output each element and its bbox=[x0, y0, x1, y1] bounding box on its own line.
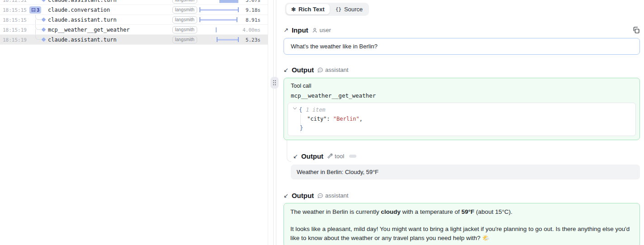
row-timestamp: 18:15:19 bbox=[3, 37, 27, 43]
view-mode-tabs: ✻ Rich Text {} Source bbox=[285, 3, 369, 16]
span-name: claude.conversation bbox=[48, 7, 110, 13]
langsmith-badge: langsmith bbox=[172, 36, 197, 43]
final-answer-box: The weather in Berlin is currently cloud… bbox=[284, 203, 640, 245]
tab-rich-text-label: Rich Text bbox=[298, 6, 325, 13]
source-braces-icon: {} bbox=[336, 6, 341, 12]
output-arrow-icon: ↙ bbox=[293, 153, 298, 160]
row-duration: 8.91s bbox=[246, 17, 260, 23]
span-diamond-icon bbox=[42, 28, 46, 32]
json-value: "Berlin" bbox=[333, 116, 360, 122]
span-diamond-icon bbox=[42, 0, 46, 2]
langsmith-badge: langsmith bbox=[172, 0, 197, 4]
tool-call-box: Tool call mcp__weather__get_weather {1 i… bbox=[284, 78, 640, 140]
json-row-open: {1 item bbox=[288, 105, 635, 114]
tool-name: mcp__weather__get_weather bbox=[291, 92, 636, 99]
row-duration: 3.67s bbox=[246, 0, 260, 3]
run-detail-panel: ✻ Rich Text {} Source ↗ Input user bbox=[276, 0, 644, 245]
span-name: claude.assistant.turn bbox=[48, 37, 117, 43]
copy-icon bbox=[632, 26, 640, 34]
span-name: mcp__weather__get_weather bbox=[48, 27, 130, 33]
output-arrow-icon: ↙ bbox=[284, 192, 289, 199]
trace-row-claude-assistant-turn-1[interactable]: 18:15:15 claude.assistant.turn langsmith… bbox=[0, 15, 268, 25]
tab-source-label: Source bbox=[344, 6, 363, 13]
final-answer-paragraph-1: The weather in Berlin is currently cloud… bbox=[290, 207, 633, 217]
output-title: Output bbox=[301, 152, 323, 160]
panel-divider-line bbox=[273, 0, 274, 245]
json-row-city: "city": "Berlin", bbox=[288, 114, 635, 123]
copy-button[interactable] bbox=[632, 26, 640, 34]
duration-bar bbox=[216, 27, 217, 32]
tree-connector bbox=[35, 15, 41, 20]
answer-bold-cloudy: cloudy bbox=[381, 208, 401, 215]
final-answer-paragraph-2: It looks like a pleasant, mild day! You … bbox=[290, 225, 633, 243]
trace-rows: 18:12:31 claude.assistant.turn langsmith… bbox=[0, 0, 268, 45]
span-diamond-icon bbox=[42, 38, 46, 42]
final-output-header: ↙ Output assistant bbox=[284, 192, 640, 199]
paragraph-gap bbox=[290, 217, 633, 225]
json-comma: , bbox=[360, 116, 363, 122]
row-timestamp: 18:15:15 bbox=[3, 7, 27, 13]
user-icon bbox=[312, 27, 318, 33]
tree-connector bbox=[35, 35, 41, 40]
answer-bold-temp: 59°F bbox=[461, 208, 474, 215]
json-open-brace: { bbox=[299, 107, 302, 113]
span-diamond-icon bbox=[42, 18, 46, 22]
assistant-icon bbox=[317, 67, 323, 73]
assistant-icon bbox=[317, 193, 323, 199]
answer-text: (about 15°C). bbox=[474, 208, 512, 215]
langsmith-badge: langsmith bbox=[172, 6, 197, 14]
output-role-label: tool bbox=[335, 153, 344, 160]
tree-connector-line bbox=[35, 29, 36, 34]
trace-view: 18:12:31 claude.assistant.turn langsmith… bbox=[0, 0, 644, 245]
answer-text: The weather in Berlin is currently bbox=[290, 208, 381, 215]
drag-dots-icon bbox=[273, 80, 276, 86]
row-duration: 5.23s bbox=[246, 37, 260, 43]
json-row-close: } bbox=[288, 123, 635, 132]
json-close-brace: } bbox=[300, 125, 303, 131]
tool-output-header: ↙ Output tool bbox=[291, 152, 640, 160]
span-name: claude.assistant.turn bbox=[48, 17, 117, 23]
trace-tree-panel: 18:12:31 claude.assistant.turn langsmith… bbox=[0, 0, 268, 245]
output-role-label: assistant bbox=[325, 66, 348, 73]
input-message-box: What's the weather like in Berlin? bbox=[284, 38, 640, 55]
wrench-icon bbox=[327, 153, 333, 160]
duration-bar bbox=[219, 0, 238, 3]
trace-row-claude-conversation[interactable]: 18:15:15 ⊟3 claude.conversation langsmit… bbox=[0, 5, 268, 15]
trace-row-claude-assistant-turn-2[interactable]: 18:15:19 claude.assistant.turn langsmith… bbox=[0, 35, 268, 45]
collapsed-id-badge[interactable] bbox=[349, 155, 356, 158]
row-timestamp: 18:12:31 bbox=[3, 0, 27, 3]
trace-row-mcp-weather-get-weather[interactable]: 18:15:19 mcp__weather__get_weather langs… bbox=[0, 25, 268, 35]
tab-rich-text[interactable]: ✻ Rich Text bbox=[286, 4, 330, 14]
trace-row-claude-assistant-turn-prev[interactable]: 18:12:31 claude.assistant.turn langsmith… bbox=[0, 0, 268, 5]
span-name: claude.assistant.turn bbox=[48, 0, 117, 3]
duration-bar bbox=[199, 9, 239, 10]
tree-connector-line bbox=[35, 19, 36, 24]
tool-connector-line bbox=[287, 140, 291, 162]
input-title: Input bbox=[292, 26, 308, 34]
input-section-header: ↗ Input user bbox=[284, 26, 640, 34]
tool-output-section: ↙ Output tool Weather in Berlin: Cloudy,… bbox=[291, 152, 640, 179]
tool-result-text: Weather in Berlin: Cloudy, 59°F bbox=[297, 169, 379, 175]
langsmith-badge: langsmith bbox=[172, 16, 197, 24]
row-duration: 4.00ms bbox=[242, 27, 260, 33]
input-message-text: What's the weather like in Berlin? bbox=[291, 43, 378, 50]
answer-text: with a temperature of bbox=[401, 208, 461, 215]
json-key: "city" bbox=[307, 116, 327, 122]
duration-bar bbox=[199, 19, 237, 20]
output-title: Output bbox=[292, 66, 314, 74]
row-duration: 9.18s bbox=[246, 7, 260, 13]
output-arrow-icon: ↙ bbox=[284, 66, 289, 73]
output-assistant-header: ↙ Output assistant bbox=[284, 66, 640, 74]
collapse-count-badge[interactable]: ⊟3 bbox=[29, 6, 41, 14]
json-item-count: 1 item bbox=[306, 107, 325, 113]
rich-text-icon: ✻ bbox=[291, 6, 296, 13]
tree-connector bbox=[35, 25, 41, 30]
panel-resize-handle[interactable] bbox=[270, 77, 279, 89]
row-timestamp: 18:15:19 bbox=[3, 27, 27, 33]
row-timestamp: 18:15:15 bbox=[3, 17, 27, 23]
tool-args-json-viewer: {1 item "city": "Berlin", } bbox=[288, 103, 636, 136]
langsmith-badge: langsmith bbox=[172, 26, 197, 33]
tab-source[interactable]: {} Source bbox=[331, 4, 368, 14]
tool-call-label: Tool call bbox=[291, 83, 636, 89]
input-role-label: user bbox=[320, 27, 331, 33]
